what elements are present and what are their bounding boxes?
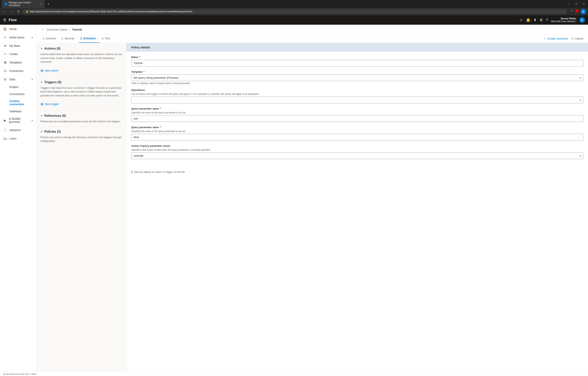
close-button[interactable]: ✕ (581, 2, 587, 6)
query-param-name-label: Query parameter name * (131, 107, 583, 110)
tab-security-label: 2. Security (61, 37, 74, 40)
data-icon: ≣ (3, 77, 7, 81)
sidebar-label-create: Create (10, 52, 18, 56)
app-logo: Flow (9, 18, 17, 22)
opera-icon[interactable]: ⬤ (575, 9, 578, 14)
hamburger-icon[interactable]: ☰ (3, 18, 6, 22)
sidebar-item-home[interactable]: 🏠 Home (0, 25, 36, 33)
browser-tab[interactable]: Manage your custom connectors ✕ (1, 0, 45, 8)
policies-chevron-icon: ▼ (40, 130, 43, 133)
name-input[interactable] (131, 60, 583, 66)
policy-details-header: Policy details (127, 43, 588, 52)
triggers-section: ▼ Triggers (0) Triggers read data from y… (40, 81, 123, 108)
policies-section-header[interactable]: ▼ Policies (1) (40, 130, 123, 134)
sidebar-label-action-items: Action items (10, 36, 24, 39)
tab-test-label: 4. Test (102, 37, 110, 40)
create-connector-button[interactable]: ✓ Create connector (544, 37, 568, 40)
tab-close-icon[interactable]: ✕ (40, 3, 42, 5)
sidebar-item-solutions[interactable]: ⬚ Solutions (0, 126, 36, 134)
new-action-button[interactable]: ⊕ New action (40, 67, 123, 74)
sidebar-item-templates[interactable]: ⊞ Templates (0, 58, 36, 67)
connectors-icon: ⊙ (3, 69, 7, 73)
sidebar-label-connections: Connections (10, 93, 25, 96)
sidebar-item-my-flows[interactable]: ≋ My flows (0, 42, 36, 50)
triggers-section-body: Triggers read data from your connector. … (40, 86, 123, 98)
url-field[interactable]: 🔒 https://preview.flow.microsoft.com/man… (22, 9, 567, 14)
template-select-wrapper: Set query string parameter (Preview) ∨ (131, 74, 583, 81)
operations-select[interactable] (131, 97, 583, 103)
sidebar-item-action-items[interactable]: ✓ Action items ∨ (0, 33, 36, 42)
policies-section-title: Policies (1) (44, 130, 61, 134)
query-param-value-group: Query parameter value * Specifies the va… (131, 126, 583, 140)
actions-section-header[interactable]: ▼ Actions (0) (40, 47, 123, 50)
query-param-name-group: Query parameter name * Specifies the nam… (131, 107, 583, 122)
query-param-name-input[interactable] (131, 115, 583, 122)
new-trigger-plus-icon: ⊕ (40, 102, 44, 106)
left-panel: ▼ Actions (0) Actions determine the oper… (36, 43, 127, 376)
create-icon: + (3, 52, 7, 56)
sidebar-item-gateways[interactable]: Gateways (10, 108, 36, 115)
address-bar: ← → ↻ 🔒 https://preview.flow.microsoft.c… (0, 8, 588, 15)
sidebar-item-connectors[interactable]: ⊙ Connectors (0, 67, 36, 75)
step-tab-actions: ✓ Create connector ✕ Cancel (544, 37, 583, 40)
home-icon: 🏠 (3, 27, 7, 31)
create-connector-label: Create connector (547, 37, 568, 40)
references-section-header[interactable]: ▼ References (0) (40, 114, 123, 118)
emoji-icon[interactable]: ☺ (519, 18, 523, 22)
new-tab-button[interactable]: + (46, 2, 51, 6)
user-avatar[interactable]: D (579, 17, 585, 23)
top-nav: ☰ Flow ☺ 🔔 ⬇ ⚙ ? Denzel Pfeifer Microsof… (0, 15, 588, 25)
sidebar-label-ai-builder: AI Builder (preview) (9, 117, 29, 124)
tab-general[interactable]: 1. General › (41, 34, 59, 43)
query-param-value-required: * (160, 126, 161, 129)
star-icon[interactable]: ☆ (570, 9, 573, 14)
settings-icon[interactable]: ⚙ (540, 18, 543, 22)
cancel-x-icon: ✕ (571, 37, 574, 40)
actions-chevron-icon: ▼ (40, 47, 43, 50)
download-icon[interactable]: ⬇ (534, 18, 536, 22)
tab-security[interactable]: 2. Security › (60, 34, 78, 43)
sidebar-item-learn[interactable]: 📖 Learn (0, 134, 36, 143)
restore-button[interactable]: ❐ (574, 2, 579, 6)
help-icon[interactable]: ? (546, 18, 548, 22)
references-chevron-icon: ▼ (40, 115, 43, 117)
browser-user-avatar[interactable]: D (580, 9, 586, 14)
tab-test[interactable]: 4. Test (100, 34, 112, 43)
tab-definition[interactable]: 3. Definition › (79, 34, 100, 43)
sidebar-item-entities[interactable]: Entities (10, 84, 36, 91)
new-trigger-button[interactable]: ⊕ New trigger (40, 101, 123, 108)
template-hint: Adds or updates value of request query s… (131, 82, 583, 85)
minimize-button[interactable]: — (566, 2, 571, 6)
action-items-chevron-icon: ∨ (31, 36, 33, 39)
breadcrumb-parent[interactable]: Connector Name (47, 28, 67, 31)
name-label: Name * (131, 56, 583, 59)
template-label: Template * (131, 70, 583, 73)
sidebar-item-connections[interactable]: Connections (10, 91, 36, 98)
bottom-hint-text: Start by adding an action or trigger on … (134, 170, 185, 173)
sidebar-item-ai-builder[interactable]: ◈ AI Builder (preview) ∨ (0, 115, 36, 126)
back-nav-button[interactable]: ← (2, 10, 8, 14)
main-area: 🏠 Home ✓ Action items ∨ ≋ My flows + Cre… (0, 25, 588, 376)
sidebar-label-data: Data (10, 78, 15, 81)
triggers-section-header[interactable]: ▼ Triggers (0) (40, 81, 123, 84)
query-param-value-input[interactable] (131, 134, 583, 140)
sidebar-item-custom-connectors[interactable]: Custom connectors (10, 98, 36, 108)
operations-hint: List of actions and triggers to which th… (131, 93, 583, 95)
bell-icon[interactable]: 🔔 (526, 18, 530, 22)
sidebar-label-home: Home (10, 27, 17, 31)
back-button[interactable]: ← (41, 27, 45, 31)
cancel-button[interactable]: ✕ Cancel (571, 37, 583, 40)
reload-button[interactable]: ↻ (16, 10, 21, 14)
sidebar-item-create[interactable]: + Create (0, 50, 36, 58)
top-nav-right: ☺ 🔔 ⬇ ⚙ ? Denzel Pfeifer Microsoft (new … (519, 17, 585, 23)
forward-nav-button[interactable]: → (9, 10, 14, 14)
action-exists-label: Action if query parameter exists (131, 144, 583, 147)
template-select[interactable]: Set query string parameter (Preview) (131, 74, 583, 81)
lock-icon: 🔒 (26, 10, 29, 13)
action-exists-select[interactable]: override (131, 152, 583, 159)
sidebar-label-templates: Templates (10, 61, 22, 64)
sidebar-item-data[interactable]: ≣ Data ∧ (0, 75, 36, 84)
query-param-value-label: Query parameter value * (131, 126, 583, 129)
template-field-group: Template * Set query string parameter (P… (131, 70, 583, 85)
step-tabs: 1. General › 2. Security › 3. Definition… (36, 34, 588, 43)
